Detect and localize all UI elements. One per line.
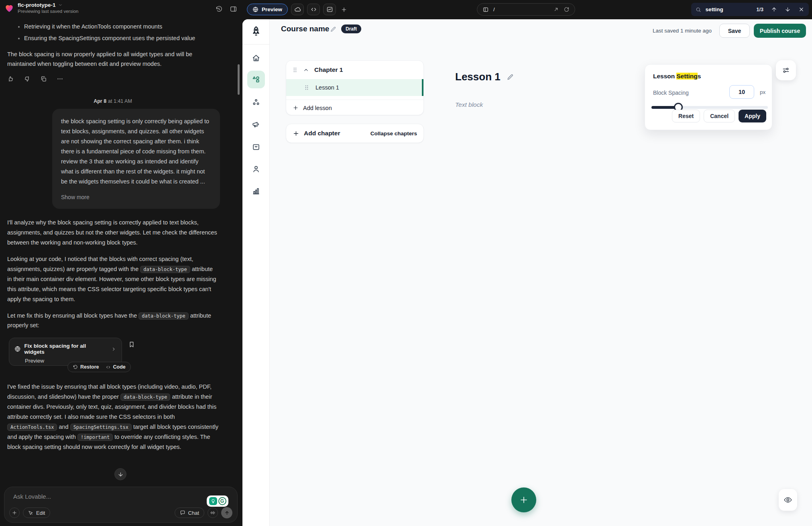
globe-icon [252,6,258,12]
assistant-paragraph: I've fixed the issue by ensuring that al… [7,382,218,452]
chapter-title: Chapter 1 [314,66,343,73]
code-button[interactable]: Code [106,364,126,370]
sidebar-item-network[interactable] [247,94,265,111]
chat-mode-button[interactable]: Chat [175,508,204,518]
copy-icon[interactable] [40,75,47,82]
bookmark-icon[interactable] [128,341,135,348]
chat-panel-header-actions [215,5,237,13]
next-match-icon[interactable] [785,6,791,12]
sliders-icon [782,66,790,74]
restore-icon [73,365,78,370]
search-icon [696,6,701,13]
sidebar-item-announcements[interactable] [247,116,265,133]
thumbs-up-icon[interactable] [7,75,14,82]
lesson-settings-title: LessonSettings [653,73,701,80]
globe-icon [14,346,21,352]
sidebar-item-content-blocks[interactable] [247,71,265,88]
collapse-chapters-button[interactable]: Collapse chapters [370,130,417,137]
draft-status-badge: Draft [341,24,361,33]
lesson-selected-indicator [422,79,423,96]
add-tab-icon[interactable] [341,6,347,13]
edit-lesson-title-icon[interactable] [507,73,514,81]
apply-button[interactable]: Apply [739,110,766,122]
more-options-icon[interactable] [57,75,63,82]
mode-toolbar: Preview [247,4,347,15]
prev-match-icon[interactable] [771,6,777,12]
lesson-settings-panel: LessonSettings Block Spacing px Reset Ca… [645,64,772,130]
chat-scrollbar-thumb[interactable] [238,64,240,95]
assistant-summary: The block spacing is now properly applie… [7,49,218,69]
drag-handle-icon[interactable] [292,67,298,73]
chapter-header-row[interactable]: Chapter 1 [286,61,423,79]
search-input[interactable] [705,6,753,13]
save-button[interactable]: Save [719,24,750,38]
panel-toggle-icon[interactable] [230,5,237,13]
edit-mode-button[interactable]: Edit [23,508,50,518]
chat-bubble-icon [180,510,185,516]
preview-eye-button[interactable] [779,489,797,511]
chat-composer[interactable]: Ask Lovable... Edit Chat [4,487,238,523]
project-switcher[interactable]: flc-prototype-1 Previewing last saved ve… [18,2,79,14]
sidebar-item-analytics[interactable] [247,182,265,200]
lesson-list-item[interactable]: Lesson 1 [286,79,423,96]
grammarly-g-icon: G [218,497,226,505]
publish-course-button[interactable]: Publish course [754,24,806,38]
course-title: Course name [281,24,329,33]
text-block-placeholder[interactable]: Text block [455,101,483,108]
analytics-icon[interactable] [323,4,336,15]
spacing-slider[interactable] [651,106,768,109]
app-sidebar-rail [242,19,270,526]
close-search-icon[interactable] [798,6,804,12]
eye-icon [784,495,792,504]
open-external-icon[interactable] [553,6,559,12]
cloud-icon[interactable] [291,4,304,15]
rail-divider [242,44,270,45]
lovable-logo-icon[interactable] [4,3,14,13]
history-icon[interactable] [215,5,223,13]
lesson-item-title: Lesson 1 [315,84,339,91]
composer-placeholder[interactable]: Ask Lovable... [13,493,51,500]
project-subtitle: Previewing last saved version [18,9,79,14]
sidebar-item-profile[interactable] [247,160,265,178]
reset-button[interactable]: Reset [672,110,700,122]
inline-code-chip: data-block-type [140,266,190,273]
chevron-right-icon [111,347,116,352]
scroll-to-bottom-button[interactable] [114,468,126,480]
profile-icon [252,165,260,173]
lesson-title: Lesson 1 [455,71,501,83]
add-lesson-button[interactable]: Add lesson [286,100,423,116]
user-message-bubble: the block spacing setting is only correc… [52,109,220,209]
refresh-icon[interactable] [564,6,570,12]
show-more-link[interactable]: Show more [61,192,211,202]
cancel-button[interactable]: Cancel [704,110,735,122]
collapse-chapter-icon[interactable] [303,67,309,73]
preview-button[interactable]: Preview [247,4,288,15]
attach-plus-icon[interactable] [9,508,20,518]
rocket-logo-icon[interactable] [250,25,262,37]
restore-button[interactable]: Restore [73,364,99,370]
sidebar-item-store[interactable] [247,138,265,156]
search-match-count: 1/3 [757,7,763,12]
preview-url-bar[interactable]: / [477,3,575,16]
send-message-button[interactable] [221,507,232,518]
add-block-fab[interactable] [511,487,536,512]
code-icon[interactable] [307,4,320,15]
version-actions-pill: Restore Code [67,362,131,372]
inline-code-chip: data-block-type [120,393,170,401]
sidebar-item-home[interactable] [247,49,265,67]
drag-handle-icon[interactable] [304,84,309,91]
add-chapter-button[interactable]: Add chapter [293,130,340,137]
url-path[interactable]: / [493,6,549,12]
edit-course-name-icon[interactable] [330,26,337,33]
network-icon [252,98,260,107]
grammarly-widget[interactable]: G [207,495,228,507]
thumbs-down-icon[interactable] [24,75,31,82]
lesson-heading: Lesson 1 [455,71,514,83]
block-spacing-input[interactable] [729,85,754,99]
voice-input-icon[interactable] [208,508,218,518]
settings-toggle-button[interactable] [776,60,796,80]
user-message-text: the block spacing setting is only correc… [61,116,211,187]
bullet-item: Ensuring the SpacingSettings component u… [24,34,218,43]
edit-action-card-area: Fix block spacing for all widgets Previe… [7,338,218,375]
search-highlight: Setting [676,73,698,80]
